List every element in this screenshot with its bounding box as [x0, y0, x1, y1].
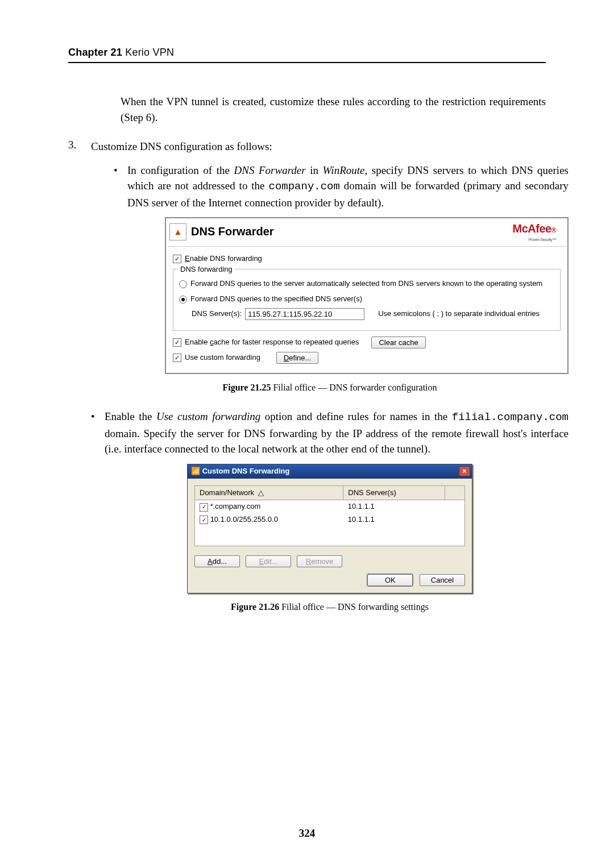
radio-auto[interactable]	[179, 280, 187, 288]
col-dns-servers[interactable]: DNS Server(s)	[343, 485, 445, 500]
step-number: 3.	[68, 139, 91, 628]
bullet-marker: •	[91, 409, 105, 457]
figure-custom-dns-forwarding: 📶 Custom DNS Forwarding × Domain/Network…	[187, 464, 472, 593]
paragraph-intro: When the VPN tunnel is created, customiz…	[121, 94, 546, 125]
remove-button[interactable]: Remove	[297, 555, 342, 567]
table-row[interactable]: ✓ *.company.com 10.1.1.1	[195, 500, 465, 513]
step-3-text: Customize DNS configuration as follows:	[91, 139, 569, 155]
bullet-1: In configuration of the DNS Forwarder in…	[127, 163, 569, 211]
radio-auto-label: Forward DNS queries to the server automa…	[190, 279, 542, 289]
mcafee-logo: McAfee® Proven Security™	[513, 221, 556, 243]
custom-forwarding-label: Use custom forwarding	[185, 352, 260, 363]
kerio-icon: ▴	[169, 223, 186, 240]
clear-cache-button[interactable]: Clear cache	[371, 337, 425, 348]
define-button[interactable]: Define...	[276, 352, 318, 364]
enable-cache-checkbox[interactable]: ✓	[173, 338, 181, 347]
figure-caption-2: Figure 21.26 Filial office — DNS forward…	[91, 600, 569, 613]
radio-specified-label: Forward DNS queries to the specified DNS…	[190, 294, 362, 305]
add-button[interactable]: Add...	[194, 555, 240, 567]
header-rule	[68, 62, 546, 63]
ok-button[interactable]: OK	[367, 574, 413, 586]
enable-dns-checkbox[interactable]: ✓	[173, 255, 181, 263]
figure-caption-1: Figure 21.25 Filial office — DNS forward…	[91, 381, 569, 394]
page-number: 324	[0, 827, 614, 840]
chapter-number: Chapter 21	[68, 47, 122, 58]
close-icon[interactable]: ×	[459, 466, 470, 476]
dialog-title: 📶 Custom DNS Forwarding	[191, 466, 289, 477]
dns-servers-input[interactable]	[245, 308, 364, 320]
row-checkbox[interactable]: ✓	[200, 516, 208, 524]
panel-title: DNS Forwarder	[191, 223, 274, 240]
cancel-button[interactable]: Cancel	[420, 574, 465, 586]
chapter-title: Kerio VPN	[125, 47, 174, 58]
step-3: 3. Customize DNS configuration as follow…	[68, 139, 546, 628]
forwarding-table: Domain/Network △ DNS Server(s) ✓ *.compa…	[194, 485, 465, 547]
row-checkbox[interactable]: ✓	[200, 503, 208, 512]
group-legend: DNS forwarding	[178, 264, 235, 275]
dns-forwarding-group: DNS forwarding Forward DNS queries to th…	[173, 269, 561, 331]
table-row[interactable]: ✓ 10.1.0.0/255.255.0.0 10.1.1.1	[195, 513, 465, 526]
dns-servers-label: DNS Server(s):	[192, 309, 242, 319]
custom-forwarding-checkbox[interactable]: ✓	[173, 354, 181, 362]
enable-dns-label: EEnable DNS forwardingnable DNS forwardi…	[185, 254, 262, 264]
enable-cache-label: Enable cache for faster response to repe…	[185, 337, 359, 348]
col-domain[interactable]: Domain/Network △	[195, 485, 343, 500]
radio-specified[interactable]	[179, 296, 187, 304]
figure-dns-forwarder: ▴ DNS Forwarder McAfee® Proven Security™…	[165, 217, 569, 374]
bullet-marker: •	[114, 163, 127, 211]
bullet-2: Enable the Use custom forwarding option …	[105, 409, 569, 457]
edit-button[interactable]: EEdit...dit...	[246, 555, 291, 567]
dns-servers-hint: Use semicolons ( ; ) to separate individ…	[378, 309, 540, 319]
chapter-header: Chapter 21 Kerio VPN	[68, 47, 546, 59]
